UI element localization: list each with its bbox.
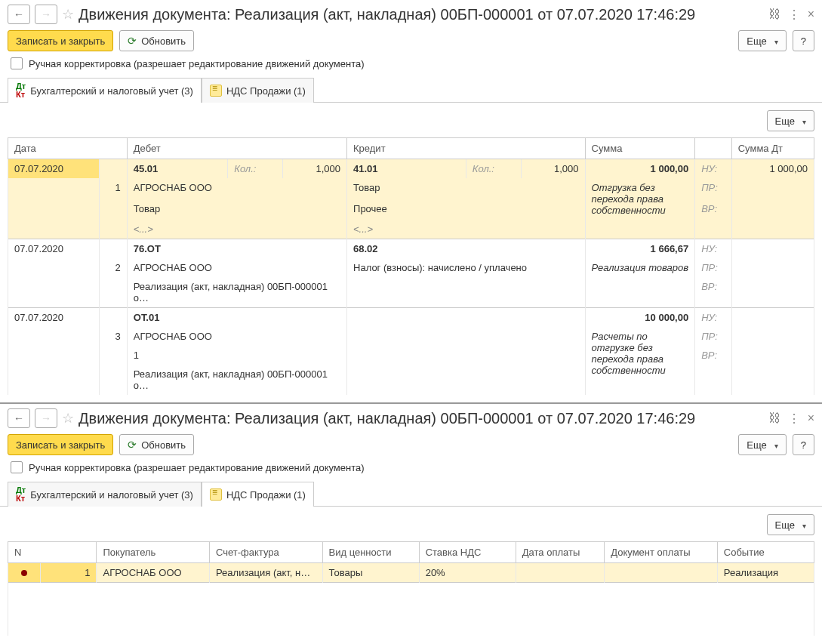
refresh-button-2[interactable]: ⟳Обновить xyxy=(119,434,194,455)
col-sumdt[interactable]: Сумма Дт xyxy=(731,138,814,159)
col-invoice[interactable]: Счет-фактура xyxy=(209,542,322,563)
window-title: Движения документа: Реализация (акт, нак… xyxy=(79,6,764,23)
favorite-icon-2[interactable]: ☆ xyxy=(62,410,74,427)
vat-grid[interactable]: N Покупатель Счет-фактура Вид ценности С… xyxy=(8,541,814,636)
refresh-icon: ⟳ xyxy=(128,35,137,47)
sheet-icon-2 xyxy=(210,488,222,501)
more-button[interactable]: Еще xyxy=(738,30,786,51)
link-icon[interactable]: ⛓ xyxy=(768,8,780,22)
manual-edit-label: Ручная корректировка (разрешает редактир… xyxy=(29,58,365,69)
col-rate[interactable]: Ставка НДС xyxy=(419,542,516,563)
manual-edit-checkbox[interactable] xyxy=(11,57,23,69)
col-paydoc[interactable]: Документ оплаты xyxy=(605,542,718,563)
col-debit[interactable]: Дебет xyxy=(127,138,346,159)
nav-back-button[interactable]: ← xyxy=(8,5,30,24)
col-paydate[interactable]: Дата оплаты xyxy=(516,542,604,563)
save-close-button[interactable]: Записать и закрыть xyxy=(8,30,113,51)
help-button-2[interactable]: ? xyxy=(793,434,814,455)
col-sum[interactable]: Сумма xyxy=(585,138,695,159)
tab-vat[interactable]: НДС Продажи (1) xyxy=(202,78,314,103)
sheet-icon xyxy=(210,85,222,97)
col-credit[interactable]: Кредит xyxy=(347,138,586,159)
close-icon[interactable]: × xyxy=(808,8,814,22)
nav-forward-button-2[interactable]: → xyxy=(35,408,57,428)
nav-back-button-2[interactable]: ← xyxy=(8,408,30,428)
tab-vat-2[interactable]: НДС Продажи (1) xyxy=(202,482,314,507)
kebab-icon-2[interactable]: ⋮ xyxy=(788,411,800,426)
col-buyer[interactable]: Покупатель xyxy=(97,542,210,563)
favorite-icon[interactable]: ☆ xyxy=(62,6,74,23)
nav-forward-button[interactable]: → xyxy=(35,5,57,24)
row-marker-icon xyxy=(21,570,27,576)
col-date[interactable]: Дата xyxy=(8,138,128,159)
save-close-button-2[interactable]: Записать и закрыть xyxy=(8,434,113,455)
accounting-grid[interactable]: Дата Дебет Кредит Сумма Сумма Дт 07.07.2… xyxy=(8,137,814,395)
more-button-2[interactable]: Еще xyxy=(738,434,786,455)
kebab-icon[interactable]: ⋮ xyxy=(788,8,800,22)
help-button[interactable]: ? xyxy=(793,30,814,51)
grid-more-button[interactable]: Еще xyxy=(767,110,814,131)
close-icon-2[interactable]: × xyxy=(808,411,814,426)
refresh-button[interactable]: ⟳Обновить xyxy=(119,30,194,51)
refresh-icon-2: ⟳ xyxy=(128,439,137,451)
link-icon-2[interactable]: ⛓ xyxy=(768,411,780,426)
dtkt-icon: ДтКт xyxy=(16,82,26,99)
grid-more-button-2[interactable]: Еще xyxy=(767,514,814,535)
col-event[interactable]: Событие xyxy=(717,542,814,563)
col-n[interactable]: N xyxy=(8,542,97,563)
tab-accounting-2[interactable]: ДтКт Бухгалтерский и налоговый учет (3) xyxy=(8,482,202,507)
dtkt-icon-2: ДтКт xyxy=(16,486,26,503)
col-type[interactable]: Вид ценности xyxy=(322,542,419,563)
window-title-2: Движения документа: Реализация (акт, нак… xyxy=(79,410,764,427)
manual-edit-label-2: Ручная корректировка (разрешает редактир… xyxy=(29,462,365,473)
manual-edit-checkbox-2[interactable] xyxy=(11,461,23,473)
tab-accounting[interactable]: ДтКт Бухгалтерский и налоговый учет (3) xyxy=(8,78,202,103)
